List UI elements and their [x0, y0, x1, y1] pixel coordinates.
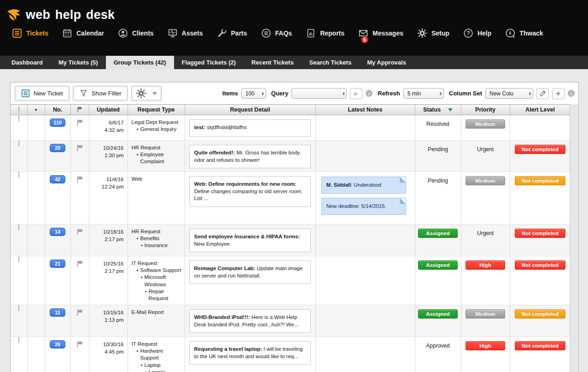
nav-item-faqs[interactable]: FAQs — [261, 28, 292, 38]
ticket-number-badge[interactable]: 20 — [50, 144, 65, 152]
request-detail-box[interactable]: Requesting a travel laptop: I will be tr… — [189, 341, 311, 365]
add-column-set-button[interactable]: + — [552, 88, 565, 99]
row-checkbox[interactable] — [18, 337, 19, 343]
edit-column-set-button[interactable] — [536, 88, 549, 99]
header-priority[interactable]: Priority — [461, 105, 510, 115]
updated-date: 10/24/16 — [89, 144, 124, 152]
ticket-number-badge[interactable]: 26 — [50, 340, 65, 348]
nav-item-clients[interactable]: Clients — [118, 28, 154, 38]
flag-icon[interactable] — [76, 119, 83, 127]
subtab-group-tickets[interactable]: Group Tickets (42) — [106, 56, 174, 69]
messages-count-badge: 5 — [361, 36, 368, 43]
status-cell: Assigned — [415, 256, 461, 305]
alert-cell: Not completed — [510, 172, 571, 224]
row-checkbox[interactable] — [18, 305, 19, 311]
request-detail-box[interactable]: Web: Define requirements for new room: D… — [189, 176, 311, 207]
header-status[interactable]: Status — [415, 105, 461, 115]
flag-icon[interactable] — [76, 228, 83, 236]
nav-item-parts[interactable]: Parts — [217, 28, 247, 38]
row-checkbox[interactable] — [18, 115, 19, 121]
header-unread[interactable]: • — [27, 105, 45, 115]
bullet-glyph: • — [145, 288, 147, 302]
nav-item-calendar[interactable]: Calendar — [62, 28, 104, 38]
select-cell — [11, 224, 27, 256]
flag-icon[interactable] — [76, 341, 83, 349]
latest-notes-cell — [315, 337, 415, 372]
row-checkbox[interactable] — [18, 256, 19, 262]
priority-cell: Medium — [461, 305, 510, 337]
header-flag[interactable] — [70, 105, 89, 115]
query-select[interactable]: ▲▼ — [291, 88, 347, 99]
request-detail-box[interactable]: WHD-Branded iPod!!!: Here is a Web Help … — [189, 309, 311, 333]
priority-badge-text: Urgent — [477, 141, 494, 153]
flag-icon[interactable] — [76, 176, 83, 184]
unread-cell — [27, 337, 45, 372]
stepper-icon: ▲▼ — [529, 92, 531, 95]
new-ticket-button[interactable]: New Ticket — [15, 86, 70, 101]
subtab-flagged-tickets[interactable]: Flagged Tickets (2) — [174, 56, 244, 69]
request-type-line: •Loaner — [132, 369, 183, 372]
flag-icon[interactable] — [76, 144, 83, 153]
request-detail-box[interactable]: Quite offended!: Mr. Gross has terrible … — [189, 145, 311, 168]
unread-cell — [27, 224, 45, 256]
status-badge: Assigned — [418, 309, 458, 319]
table-scrollbar[interactable] — [570, 104, 578, 372]
request-type-line: HR Request — [132, 228, 183, 235]
run-query-button[interactable]: ▶ — [350, 88, 362, 99]
status-badge: Assigned — [418, 229, 458, 238]
nav-item-help[interactable]: ? Help — [463, 28, 491, 38]
updated-cell: 11/4/1612:24 pm — [89, 172, 128, 224]
subtab-my-approvals[interactable]: My Approvals — [359, 56, 414, 69]
ticket-number-badge[interactable]: 110 — [50, 118, 65, 127]
nav-item-tickets[interactable]: Tickets — [12, 28, 48, 38]
row-checkbox[interactable] — [18, 224, 19, 230]
header-updated[interactable]: Updated — [89, 105, 128, 115]
flag-icon[interactable] — [76, 309, 83, 317]
request-detail-box[interactable]: test: skjdfhskldjhfalfhs — [189, 119, 311, 137]
refresh-select[interactable]: 5 min ▲▼ — [403, 88, 444, 99]
column-set-select[interactable]: New Colu ▲▼ — [485, 88, 533, 99]
request-detail-box[interactable]: Reimage Computer Lab: Update main image … — [189, 260, 311, 284]
ticket-number-badge[interactable]: 14 — [50, 228, 65, 236]
row-checkbox[interactable] — [18, 140, 19, 147]
query-info-icon[interactable]: i — [366, 90, 373, 97]
column-set-info-icon[interactable]: i — [568, 90, 575, 97]
alert-cell — [510, 115, 571, 141]
ticket-number-badge[interactable]: 11 — [50, 308, 65, 317]
header-alert-level[interactable]: Alert Level — [510, 105, 571, 115]
updated-time: 1:13 pm — [89, 316, 124, 324]
header-select-all[interactable] — [11, 105, 27, 115]
show-filter-button[interactable]: Show Filter — [73, 86, 128, 101]
header-request-type[interactable]: Request Type — [128, 105, 185, 115]
nav-item-setup[interactable]: Setup — [417, 28, 449, 38]
priority-badge: Medium — [466, 119, 505, 129]
select-all-checkbox[interactable] — [18, 106, 19, 113]
chevron-down-icon — [152, 92, 157, 95]
request-detail-box[interactable]: Send employee Insurance & HIPAA forms: N… — [189, 229, 311, 252]
header-latest-notes[interactable]: Latest Notes — [315, 105, 415, 115]
bullet-glyph: • — [137, 267, 139, 274]
latest-notes-cell — [315, 305, 415, 337]
nav-item-assets[interactable]: Assets — [168, 28, 203, 38]
header-number[interactable]: No. — [45, 105, 70, 115]
header-request-detail[interactable]: Request Detail — [185, 105, 315, 115]
flag-icon[interactable] — [76, 260, 83, 268]
ticket-number-badge[interactable]: 42 — [50, 175, 65, 183]
row-checkbox[interactable] — [18, 171, 19, 178]
ticket-number-badge[interactable]: 21 — [50, 260, 65, 268]
subtab-search-tickets[interactable]: Search Tickets — [302, 56, 360, 69]
nav-item-reports[interactable]: Reports — [306, 28, 344, 38]
bulk-action-gear-button[interactable] — [131, 86, 162, 101]
nav-item-messages[interactable]: 5 Messages — [358, 28, 403, 38]
request-type-text: IT Request — [132, 341, 157, 348]
items-select[interactable]: 100 ▲▼ — [241, 88, 266, 99]
nav-item-thwack[interactable]: Thwack — [505, 28, 543, 38]
subtab-dashboard[interactable]: Dashboard — [4, 56, 51, 69]
subtab-recent-tickets[interactable]: Recent Tickets — [244, 56, 302, 69]
alert-level-badge: Not completed — [515, 260, 565, 270]
updated-cell: 10/15/161:13 pm — [89, 305, 128, 337]
priority-badge: Medium — [466, 176, 505, 185]
subtab-my-tickets[interactable]: My Tickets (5) — [51, 56, 106, 69]
number-cell: 11 — [45, 305, 70, 337]
request-type-line: IT Request — [132, 341, 183, 348]
